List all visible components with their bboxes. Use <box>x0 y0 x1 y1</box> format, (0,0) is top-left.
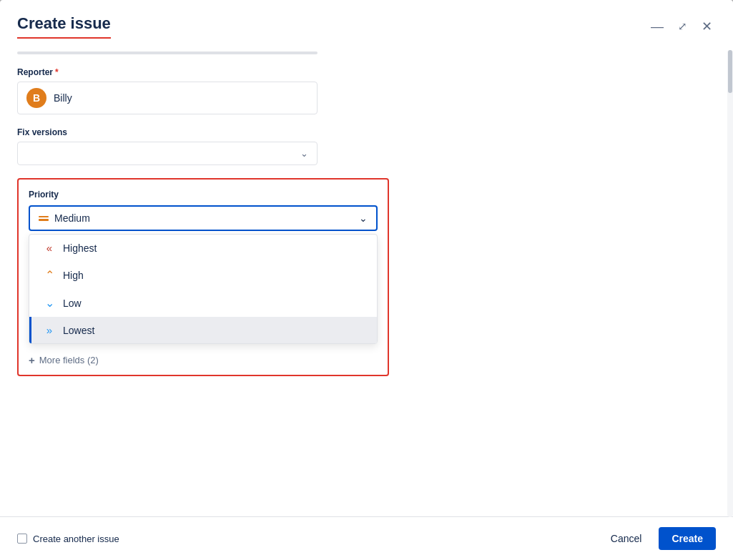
priority-option-low-label: Low <box>63 298 82 309</box>
more-fields-toggle[interactable]: + More fields (2) <box>29 350 378 370</box>
reporter-required-marker: * <box>55 67 59 77</box>
modal-header-actions: — ⤢ ✕ <box>647 17 716 36</box>
high-priority-icon: ⌃ <box>43 268 56 282</box>
priority-option-highest[interactable]: « Highest <box>29 235 377 261</box>
lowest-priority-icon: » <box>43 324 56 336</box>
footer-right: Cancel Create <box>599 527 716 550</box>
priority-label: Priority <box>29 190 378 200</box>
create-button[interactable]: Create <box>659 527 716 550</box>
scroll-indicator <box>17 51 318 54</box>
reporter-label: Reporter * <box>17 67 716 77</box>
priority-option-lowest[interactable]: » Lowest <box>29 317 377 343</box>
reporter-name: Billy <box>54 92 72 104</box>
priority-chevron-icon: ⌄ <box>359 212 368 224</box>
reporter-field-group: Reporter * B Billy <box>17 67 716 114</box>
modal-footer: Create another issue Cancel Create <box>0 516 733 560</box>
low-priority-icon: ⌄ <box>43 296 56 310</box>
priority-dropdown-list: « Highest ⌃ High ⌄ Low » Lowest <box>29 234 378 344</box>
close-button[interactable]: ✕ <box>698 17 716 36</box>
priority-medium-icon <box>39 216 49 221</box>
highest-priority-icon: « <box>43 242 56 254</box>
priority-selected-value: Medium <box>54 212 90 224</box>
fix-versions-select[interactable]: ⌄ <box>17 142 318 165</box>
cancel-button[interactable]: Cancel <box>599 527 654 550</box>
priority-option-highest-label: Highest <box>63 242 97 254</box>
priority-select[interactable]: Medium ⌄ <box>29 205 378 231</box>
create-issue-modal: Create issue — ⤢ ✕ Reporter * B <box>0 0 733 560</box>
scrollbar-track <box>727 50 733 517</box>
modal-overlay: Create issue — ⤢ ✕ Reporter * B <box>0 0 733 560</box>
modal-header: Create issue — ⤢ ✕ <box>0 0 733 39</box>
plus-icon: + <box>29 354 35 366</box>
priority-option-low[interactable]: ⌄ Low <box>29 289 377 317</box>
fix-versions-label: Fix versions <box>17 127 716 137</box>
modal-body: Reporter * B Billy Fix versions ⌄ <box>0 39 733 516</box>
footer-left: Create another issue <box>17 534 119 544</box>
priority-option-lowest-label: Lowest <box>63 325 94 336</box>
priority-option-high-label: High <box>63 270 84 281</box>
fix-versions-field-group: Fix versions ⌄ <box>17 127 716 165</box>
expand-button[interactable]: ⤢ <box>674 19 691 34</box>
reporter-avatar: B <box>26 88 46 108</box>
priority-option-high[interactable]: ⌃ High <box>29 261 377 289</box>
minimize-button[interactable]: — <box>647 18 667 36</box>
create-another-label: Create another issue <box>33 534 119 544</box>
priority-field-group: Priority Medium ⌄ « <box>17 178 389 376</box>
reporter-input[interactable]: B Billy <box>17 82 318 114</box>
priority-select-left: Medium <box>39 212 90 224</box>
more-fields-label: More fields (2) <box>39 355 99 365</box>
fix-versions-chevron-icon: ⌄ <box>300 148 308 159</box>
scrollbar-thumb[interactable] <box>728 50 732 93</box>
modal-title-wrapper: Create issue <box>17 14 111 39</box>
modal-title: Create issue <box>17 14 111 39</box>
create-another-checkbox[interactable] <box>17 534 27 544</box>
